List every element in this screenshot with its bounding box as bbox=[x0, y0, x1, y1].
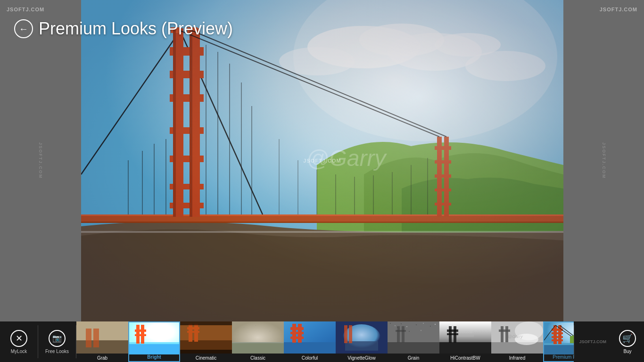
svg-rect-108 bbox=[435, 324, 436, 325]
svg-rect-138 bbox=[552, 336, 563, 338]
filter-grain[interactable]: Grain bbox=[388, 321, 439, 362]
back-button[interactable]: ← bbox=[14, 19, 33, 38]
main-image-area: @Garry JSOFTJ.COM bbox=[81, 0, 563, 321]
filter-bright-thumb bbox=[129, 322, 179, 354]
filter-bright[interactable]: Bright bbox=[128, 321, 180, 362]
mylock-button[interactable]: ✕ MyLock bbox=[0, 321, 38, 362]
svg-rect-64 bbox=[93, 329, 99, 347]
back-arrow-icon: ← bbox=[19, 24, 28, 34]
svg-rect-63 bbox=[86, 329, 91, 347]
svg-rect-122 bbox=[447, 333, 458, 335]
page-header: ← Premium Looks (Preview) bbox=[14, 19, 233, 39]
x-icon: ✕ bbox=[16, 333, 23, 344]
filter-cinematic[interactable]: Cinematic bbox=[180, 321, 232, 362]
mylock-label: MyLock bbox=[11, 349, 27, 354]
svg-rect-60 bbox=[81, 0, 563, 321]
svg-rect-86 bbox=[232, 342, 284, 343]
watermark-left: JSOFTJ.COM bbox=[7, 7, 44, 12]
filter-infrared[interactable]: @Garry Infrared bbox=[491, 321, 543, 362]
filter-classic[interactable]: Classic bbox=[232, 321, 284, 362]
toolbar-watermark: JSOFTJ.COM bbox=[574, 321, 611, 362]
filter-colorful-label: Colorful bbox=[284, 355, 336, 361]
svg-rect-139 bbox=[552, 339, 563, 341]
filter-grab-label: Grab bbox=[76, 355, 128, 361]
svg-rect-85 bbox=[270, 331, 270, 331]
svg-rect-127 bbox=[501, 326, 504, 342]
left-watermark-text: JSOFTJ.COM bbox=[38, 142, 43, 179]
svg-rect-114 bbox=[396, 330, 406, 332]
svg-rect-121 bbox=[447, 329, 458, 332]
filter-grain-thumb bbox=[388, 321, 439, 354]
svg-rect-83 bbox=[244, 327, 244, 328]
svg-rect-124 bbox=[491, 342, 543, 354]
right-watermark-text: JSOFTJ.COM bbox=[602, 142, 606, 179]
svg-rect-62 bbox=[76, 340, 128, 354]
filter-grab-thumb bbox=[76, 321, 128, 354]
camera-icon: 📷 bbox=[52, 334, 62, 343]
filter-cinematic-label: Cinematic bbox=[180, 355, 232, 361]
svg-rect-100 bbox=[388, 342, 439, 354]
svg-rect-107 bbox=[430, 326, 431, 327]
buy-button[interactable]: 🛒 Buy bbox=[611, 321, 644, 362]
left-sidebar: JSOFTJ.COM bbox=[0, 0, 81, 321]
svg-rect-104 bbox=[406, 326, 407, 327]
svg-rect-106 bbox=[423, 323, 424, 324]
freelooks-label: Free Looks bbox=[45, 349, 69, 354]
svg-rect-92 bbox=[290, 332, 304, 334]
filter-grab[interactable]: Grab bbox=[76, 321, 128, 362]
svg-rect-81 bbox=[232, 342, 284, 354]
svg-rect-118 bbox=[457, 335, 474, 337]
filter-classic-label: Classic bbox=[232, 355, 284, 361]
toolbar-watermark-text: JSOFTJ.COM bbox=[579, 339, 606, 344]
filter-bright-label: Bright bbox=[129, 354, 179, 360]
freelooks-button[interactable]: 📷 Free Looks bbox=[38, 321, 76, 362]
svg-rect-82 bbox=[237, 324, 237, 324]
svg-rect-137 bbox=[552, 332, 563, 334]
mylock-icon: ✕ bbox=[10, 330, 27, 347]
filter-hicontrastbw[interactable]: HiContrastBW bbox=[439, 321, 491, 362]
filter-colorful[interactable]: Colorful bbox=[284, 321, 336, 362]
filter-classic-thumb bbox=[232, 321, 284, 354]
svg-rect-136 bbox=[552, 329, 563, 331]
svg-rect-102 bbox=[395, 325, 396, 326]
freelooks-icon: 📷 bbox=[49, 330, 66, 347]
svg-rect-111 bbox=[421, 330, 421, 331]
buy-label: Buy bbox=[623, 349, 631, 354]
svg-rect-117 bbox=[458, 331, 472, 333]
filter-vignetteglow-thumb bbox=[336, 321, 388, 354]
svg-rect-93 bbox=[290, 337, 304, 339]
svg-rect-113 bbox=[402, 326, 405, 343]
filter-hicontrastbw-thumb bbox=[439, 321, 491, 354]
svg-text:@Garry: @Garry bbox=[508, 334, 523, 339]
watermark-right: JSOFTJ.COM bbox=[600, 7, 637, 12]
svg-rect-66 bbox=[129, 343, 179, 354]
filter-vignetteglow[interactable]: VignetteGlow bbox=[336, 321, 388, 362]
svg-rect-101 bbox=[390, 323, 391, 324]
svg-rect-70 bbox=[135, 329, 146, 332]
buy-icon: 🛒 bbox=[619, 330, 636, 347]
svg-rect-105 bbox=[416, 324, 417, 325]
filter-strip: Grab bbox=[76, 321, 574, 362]
filter-premiumlooks[interactable]: $ Premium Looks bbox=[543, 321, 574, 362]
filter-colorful-thumb bbox=[284, 321, 336, 354]
right-sidebar: JSOFTJ.COM bbox=[563, 0, 644, 321]
svg-rect-77 bbox=[187, 331, 199, 333]
bottom-toolbar: ✕ MyLock 📷 Free Looks Grab bbox=[0, 321, 644, 362]
filter-premiumlooks-label: Premium Looks bbox=[544, 354, 574, 360]
filter-infrared-label: Infrared bbox=[491, 355, 543, 361]
svg-rect-84 bbox=[256, 325, 256, 326]
svg-rect-76 bbox=[187, 327, 199, 329]
cart-icon: 🛒 bbox=[622, 333, 633, 344]
filter-hicontrastbw-label: HiContrastBW bbox=[439, 355, 491, 361]
filter-vignetteglow-label: VignetteGlow bbox=[336, 355, 388, 361]
page-title: Premium Looks (Preview) bbox=[39, 19, 233, 39]
svg-rect-129 bbox=[499, 329, 510, 332]
svg-rect-88 bbox=[284, 342, 336, 354]
filter-infrared-thumb: @Garry bbox=[491, 321, 543, 354]
filter-grain-label: Grain bbox=[388, 355, 439, 361]
svg-rect-98 bbox=[349, 325, 352, 343]
svg-rect-71 bbox=[135, 334, 146, 336]
svg-rect-103 bbox=[401, 323, 402, 324]
svg-rect-79 bbox=[180, 350, 232, 354]
svg-rect-112 bbox=[397, 326, 400, 343]
